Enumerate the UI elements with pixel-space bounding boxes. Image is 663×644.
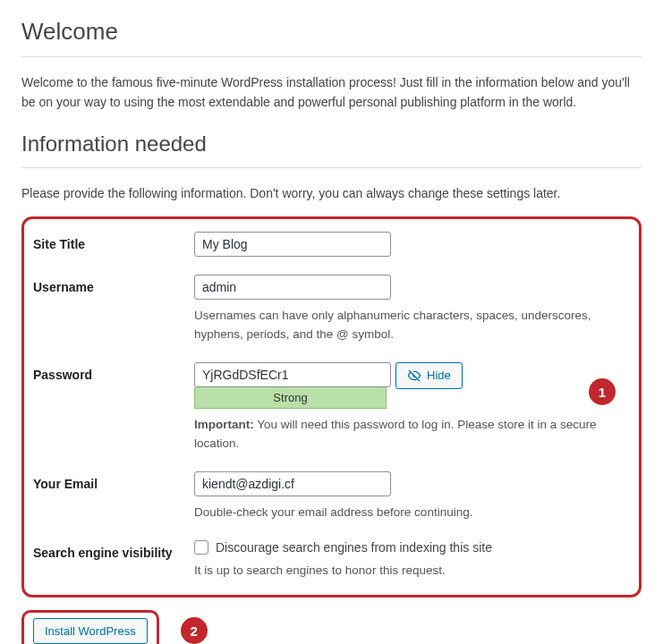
username-label: Username [33,275,194,294]
email-input[interactable] [194,471,391,496]
search-visibility-help: It is up to search engines to honor this… [194,562,630,580]
welcome-text: Welcome to the famous five-minute WordPr… [21,73,642,112]
password-strength: Strong [194,387,387,409]
annotation-badge-2: 2 [181,617,208,644]
username-help: Usernames can have only alphanumeric cha… [194,307,630,344]
hide-button-label: Hide [427,369,451,382]
form-annotation-box: 1 Site Title Username Usernames can have… [21,216,642,597]
password-input[interactable] [194,362,391,387]
submit-annotation-box: Install WordPress [21,610,159,644]
password-label: Password [33,362,194,382]
hide-password-button[interactable]: Hide [395,362,463,389]
info-text: Please provide the following information… [21,184,642,204]
welcome-heading: Welcome [21,18,642,46]
install-wordpress-button[interactable]: Install WordPress [33,618,148,644]
password-important: Important: You will need this password t… [194,416,630,453]
search-visibility-checkbox[interactable] [194,540,208,555]
info-needed-heading: Information needed [21,131,642,157]
search-visibility-checkbox-label: Discourage search engines from indexing … [216,540,492,555]
divider [21,167,642,168]
username-input[interactable] [194,275,391,300]
search-visibility-label: Search engine visibility [33,540,194,560]
annotation-badge-1: 1 [589,378,616,405]
email-label: Your Email [33,471,194,491]
email-help: Double-check your email address before c… [194,504,630,522]
site-title-input[interactable] [194,232,391,257]
site-title-label: Site Title [33,232,194,251]
eye-slash-icon [407,369,421,383]
divider [21,56,642,57]
